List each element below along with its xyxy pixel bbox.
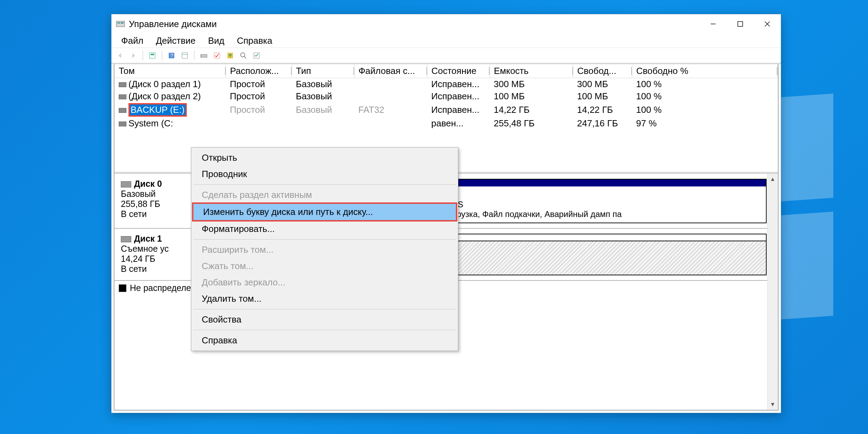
menu-view[interactable]: Вид [202,34,231,48]
col-type[interactable]: Тип [292,64,354,78]
svg-rect-1 [117,22,120,24]
col-status[interactable]: Состояние [427,64,490,78]
svg-rect-0 [116,21,125,27]
refresh-icon[interactable] [147,50,158,61]
cm-make-active: Сделать раздел активным [192,187,457,203]
menubar: Файл Действие Вид Справка [111,34,781,48]
col-fs[interactable]: Файловая с... [354,64,427,78]
titlebar[interactable]: Управление дисками [111,14,781,34]
menu-action[interactable]: Действие [150,34,202,48]
maximize-button[interactable] [727,14,754,34]
toolbar-icon-2[interactable] [179,50,191,61]
svg-rect-7 [150,53,155,58]
cm-change-letter[interactable]: Изменить букву диска или путь к диску... [192,202,457,222]
partition-unknown[interactable] [452,234,767,275]
scrollbar-vertical[interactable]: ▲ ▼ [767,174,778,410]
legend-label: Не распределена [130,283,201,293]
col-free[interactable]: Свобод... [573,64,632,78]
svg-line-17 [244,56,246,58]
col-volume[interactable]: Том [115,64,226,78]
cm-explorer[interactable]: Проводник [192,166,457,182]
help-icon[interactable]: ? [166,50,177,61]
toolbar-icon-6[interactable] [237,50,249,61]
volume-row[interactable]: (Диск 0 раздел 1) ПростойБазовыйИсправен… [115,78,778,91]
drive-icon [119,122,126,126]
toolbar-icon-7[interactable] [251,50,262,61]
disk-icon [121,236,131,242]
toolbar-icon-4[interactable] [211,50,223,61]
menu-file[interactable]: Файл [115,34,150,48]
toolbar-icon-5[interactable] [224,50,236,61]
cm-help[interactable]: Справка [192,332,457,349]
cm-add-mirror: Добавить зеркало... [192,274,457,291]
cm-open[interactable]: Открыть [192,150,457,166]
svg-text:?: ? [170,53,173,58]
close-button[interactable] [754,14,781,34]
drive-icon [119,94,126,99]
drive-icon [119,108,126,113]
col-capacity[interactable]: Емкость [490,64,573,78]
volume-row[interactable]: (Диск 0 раздел 2) ПростойБазовыйИсправен… [115,90,778,102]
disk-icon [121,181,131,187]
svg-rect-8 [151,54,154,55]
svg-rect-11 [182,53,187,58]
context-menu: Открыть Проводник Сделать раздел активны… [191,147,458,351]
col-layout[interactable]: Располож... [226,64,292,78]
drive-icon [119,82,126,87]
forward-button[interactable] [127,50,139,61]
svg-rect-4 [738,22,743,26]
cm-delete[interactable]: Удалить том... [192,291,457,307]
toolbar-icon-3[interactable] [198,50,210,61]
scroll-down-icon[interactable]: ▼ [768,399,778,410]
app-icon [116,19,125,29]
volume-row[interactable]: System (C: равен...255,48 ГБ247,16 ГБ97 … [115,117,778,130]
minimize-button[interactable] [700,14,727,34]
window-title: Управление дисками [129,19,700,30]
menu-help[interactable]: Справка [231,34,278,48]
toolbar: ? [111,48,781,64]
cm-properties[interactable]: Свойства [192,311,457,328]
legend-swatch-unalloc [119,284,126,292]
scroll-up-icon[interactable]: ▲ [768,174,778,184]
cm-extend: Расширить том... [192,242,457,258]
cm-format[interactable]: Форматировать... [192,221,457,237]
volume-row-selected[interactable]: BACKUP (E:) Простой Базовый FAT32 Исправ… [115,102,778,117]
col-free-pct[interactable]: Свободно % [632,64,778,78]
svg-rect-13 [201,55,207,57]
svg-rect-2 [121,22,124,24]
cm-shrink: Сжать том... [192,258,457,274]
back-button[interactable] [114,50,126,61]
